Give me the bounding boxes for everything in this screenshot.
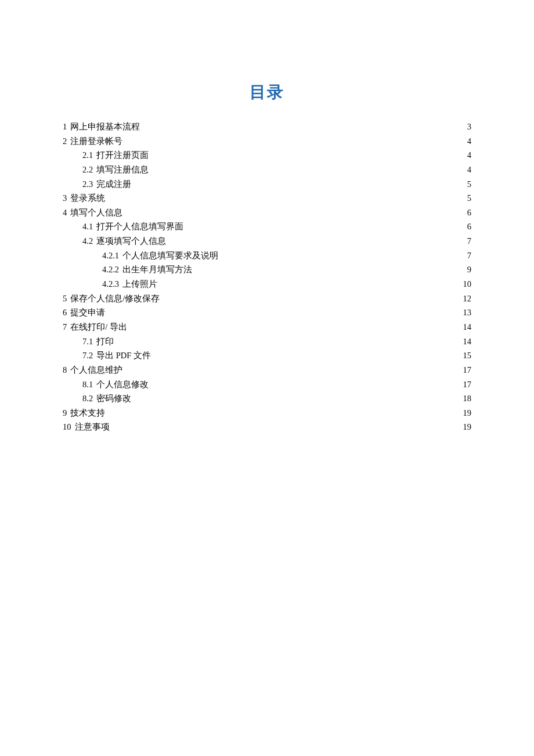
toc-entry-label: 注册登录帐号 [70,134,122,149]
toc-entry-page: 14 [463,334,472,349]
toc-entry[interactable]: 2.3完成注册5 [63,177,471,192]
toc-entry-page: 3 [467,120,471,134]
toc-entry-page: 5 [467,191,471,206]
toc-entry-page: 19 [463,420,472,434]
toc-entry[interactable]: 2.1打开注册页面4 [63,148,471,163]
toc-entry-number: 1 [63,120,70,134]
toc-entry[interactable]: 8.2密码修改18 [63,391,471,406]
toc-entry[interactable]: 7.1打印14 [63,334,471,349]
toc-entry-label: 上传照片 [122,277,157,291]
toc-entry-label: 密码修改 [96,391,131,406]
toc-entry[interactable]: 4.2.1个人信息填写要求及说明7 [63,249,471,263]
toc-entry[interactable]: 4.2.2出生年月填写方法9 [63,262,471,277]
toc-entry[interactable]: 1网上申报基本流程3 [63,120,471,134]
toc-entry-label: 完成注册 [96,177,131,192]
toc-entry-label: 在线打印/ 导出 [70,320,127,334]
toc-entry-label: 登录系统 [70,191,105,206]
toc-entry-label: 导出 PDF 文件 [96,348,151,363]
toc-entry-number: 4.1 [82,219,96,234]
toc-list: 1网上申报基本流程32注册登录帐号42.1打开注册页面42.2填写注册信息42.… [63,120,471,434]
toc-entry-page: 7 [467,249,471,263]
toc-entry-page: 4 [467,134,471,149]
toc-entry[interactable]: 9技术支持19 [63,406,471,420]
toc-entry-page: 13 [463,305,472,320]
toc-entry-number: 4.2.3 [102,277,122,291]
toc-entry-number: 8.1 [82,377,96,392]
toc-entry-page: 4 [467,148,471,163]
toc-entry-number: 3 [63,191,70,206]
toc-entry-label: 打开个人信息填写界面 [96,219,183,234]
toc-entry[interactable]: 4.2.3上传照片10 [63,277,471,291]
toc-title: 目录 [63,81,471,103]
toc-entry-label: 出生年月填写方法 [122,262,192,277]
toc-entry-label: 填写注册信息 [96,163,149,177]
toc-entry-label: 提交申请 [70,305,105,320]
toc-entry-page: 19 [463,406,472,420]
toc-entry[interactable]: 8个人信息维护17 [63,363,471,377]
toc-entry-label: 打开注册页面 [96,148,149,163]
toc-entry-number: 2.2 [82,163,96,177]
toc-entry[interactable]: 2.2填写注册信息4 [63,163,471,177]
toc-entry-label: 技术支持 [70,406,105,420]
toc-entry[interactable]: 7在线打印/ 导出14 [63,320,471,334]
toc-entry-page: 6 [467,219,471,234]
toc-entry-number: 9 [63,406,70,420]
toc-entry-number: 7.2 [82,348,96,363]
toc-entry-page: 17 [463,377,472,392]
toc-entry[interactable]: 10注意事项19 [63,420,471,434]
toc-entry-number: 2.1 [82,148,96,163]
toc-entry[interactable]: 4.2逐项填写个人信息7 [63,234,471,249]
toc-entry-label: 个人信息填写要求及说明 [122,249,218,263]
toc-entry-label: 打印 [96,334,114,349]
toc-entry-page: 18 [463,391,472,406]
toc-entry-page: 14 [463,320,472,334]
toc-entry-number: 5 [63,291,70,306]
toc-entry[interactable]: 8.1个人信息修改17 [63,377,471,392]
toc-entry[interactable]: 2注册登录帐号4 [63,134,471,149]
toc-entry-page: 17 [463,363,472,377]
toc-entry[interactable]: 4填写个人信息6 [63,206,471,220]
toc-entry-number: 7 [63,320,70,334]
toc-entry-number: 7.1 [82,334,96,349]
toc-entry-page: 12 [463,291,472,306]
toc-entry[interactable]: 3登录系统5 [63,191,471,206]
toc-entry-page: 9 [467,262,471,277]
toc-entry-label: 网上申报基本流程 [70,120,140,134]
toc-entry-number: 4.2.2 [102,262,122,277]
toc-entry-number: 6 [63,305,70,320]
toc-entry-label: 逐项填写个人信息 [96,234,166,249]
toc-entry-number: 8 [63,363,70,377]
toc-entry-number: 10 [63,420,75,434]
toc-entry[interactable]: 7.2导出 PDF 文件15 [63,348,471,363]
toc-entry-number: 2 [63,134,70,149]
toc-entry[interactable]: 4.1打开个人信息填写界面6 [63,219,471,234]
toc-entry-number: 8.2 [82,391,96,406]
toc-entry-number: 2.3 [82,177,96,192]
document-page: 目录 1网上申报基本流程32注册登录帐号42.1打开注册页面42.2填写注册信息… [0,0,534,434]
toc-entry-label: 个人信息维护 [70,363,122,377]
toc-entry-number: 4.2.1 [102,249,122,263]
toc-entry-number: 4 [63,206,70,220]
toc-entry-page: 6 [467,206,471,220]
toc-entry-page: 5 [467,177,471,192]
toc-entry-label: 填写个人信息 [70,206,122,220]
toc-entry-number: 4.2 [82,234,96,249]
toc-entry[interactable]: 6提交申请13 [63,305,471,320]
toc-entry-page: 10 [463,277,472,291]
toc-entry-page: 7 [467,234,471,249]
toc-entry-label: 注意事项 [75,420,110,434]
toc-entry-label: 保存个人信息/修改保存 [70,291,160,306]
toc-entry-page: 4 [467,163,471,177]
toc-entry-label: 个人信息修改 [96,377,149,392]
toc-entry[interactable]: 5保存个人信息/修改保存12 [63,291,471,306]
toc-entry-page: 15 [463,348,472,363]
